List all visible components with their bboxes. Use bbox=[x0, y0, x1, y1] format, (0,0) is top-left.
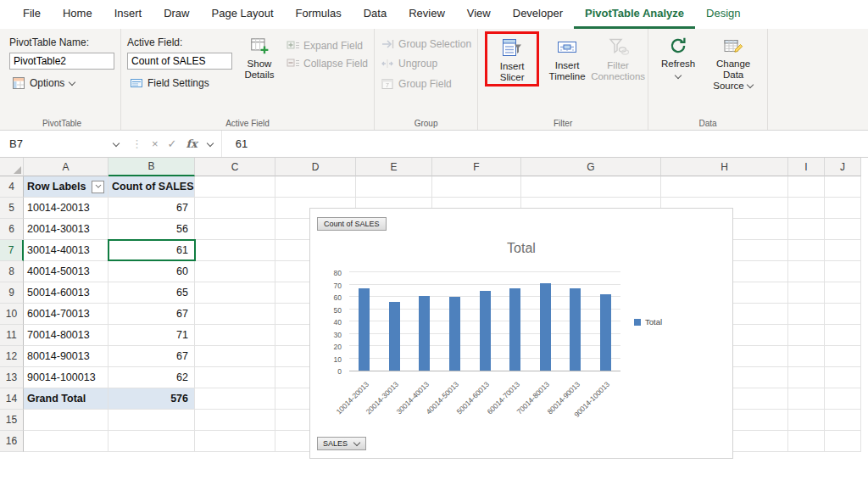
bar-70014-80013[interactable] bbox=[540, 283, 551, 371]
tab-formulas[interactable]: Formulas bbox=[285, 0, 353, 29]
row-header-10[interactable]: 10 bbox=[0, 304, 24, 325]
row-header-15[interactable]: 15 bbox=[0, 410, 24, 431]
row-header-12[interactable]: 12 bbox=[0, 346, 24, 367]
cell-H4[interactable] bbox=[661, 176, 788, 198]
tab-design[interactable]: Design bbox=[695, 0, 751, 29]
cell-B13[interactable]: 62 bbox=[108, 367, 195, 388]
show-details-button[interactable]: Show Details bbox=[236, 33, 283, 81]
row-header-4[interactable]: 4 bbox=[0, 176, 24, 198]
cell-A11[interactable]: 70014-80013 bbox=[24, 325, 108, 346]
column-header-B[interactable]: B bbox=[108, 158, 195, 176]
cell-J16[interactable] bbox=[825, 431, 861, 452]
cell-A13[interactable]: 90014-100013 bbox=[24, 367, 108, 388]
collapse-field-button[interactable]: Collapse Field bbox=[287, 58, 368, 70]
cell-J12[interactable] bbox=[825, 346, 861, 367]
cell-B12[interactable]: 67 bbox=[108, 346, 195, 367]
row-header-7[interactable]: 7 bbox=[0, 240, 24, 261]
enter-icon[interactable]: ✓ bbox=[168, 137, 177, 150]
bar-10014-20013[interactable] bbox=[359, 288, 370, 371]
bar-20014-30013[interactable] bbox=[389, 302, 400, 371]
row-header-5[interactable]: 5 bbox=[0, 198, 24, 219]
cell-C13[interactable] bbox=[195, 367, 275, 388]
tab-developer[interactable]: Developer bbox=[502, 0, 574, 29]
group-selection-button[interactable]: Group Selection bbox=[381, 38, 471, 50]
column-header-J[interactable]: J bbox=[825, 158, 861, 176]
ungroup-button[interactable]: Ungroup bbox=[381, 58, 471, 70]
tab-pivottable-analyze[interactable]: PivotTable Analyze bbox=[574, 0, 695, 29]
column-header-F[interactable]: F bbox=[432, 158, 521, 176]
cell-E4[interactable] bbox=[356, 176, 432, 198]
bar-60014-70013[interactable] bbox=[509, 288, 520, 371]
name-box[interactable]: B7 bbox=[0, 131, 127, 157]
cell-I10[interactable] bbox=[788, 304, 825, 325]
cell-C7[interactable] bbox=[195, 240, 275, 261]
cell-B11[interactable]: 71 bbox=[108, 325, 195, 346]
cell-C4[interactable] bbox=[195, 176, 275, 198]
cell-A12[interactable]: 80014-90013 bbox=[24, 346, 108, 367]
cell-I13[interactable] bbox=[788, 367, 825, 388]
cell-C15[interactable] bbox=[195, 410, 275, 431]
row-header-14[interactable]: 14 bbox=[0, 388, 24, 410]
cell-I14[interactable] bbox=[788, 388, 825, 410]
cell-B5[interactable]: 67 bbox=[108, 198, 195, 219]
cell-J11[interactable] bbox=[825, 325, 861, 346]
cell-B9[interactable]: 65 bbox=[108, 282, 195, 304]
cell-C12[interactable] bbox=[195, 346, 275, 367]
row-header-16[interactable]: 16 bbox=[0, 431, 24, 452]
cell-B16[interactable] bbox=[108, 431, 195, 452]
cell-C6[interactable] bbox=[195, 219, 275, 240]
cell-I15[interactable] bbox=[788, 410, 825, 431]
cell-A6[interactable]: 20014-30013 bbox=[24, 219, 108, 240]
cell-A4[interactable]: Row Labels bbox=[24, 176, 108, 198]
bar-40014-50013[interactable] bbox=[449, 297, 460, 371]
cell-A14[interactable]: Grand Total bbox=[24, 388, 108, 410]
cell-I4[interactable] bbox=[788, 176, 825, 198]
refresh-button[interactable]: Refresh bbox=[654, 33, 702, 81]
active-field-input[interactable] bbox=[127, 53, 232, 70]
bar-30014-40013[interactable] bbox=[419, 296, 430, 371]
tab-home[interactable]: Home bbox=[52, 0, 103, 29]
cell-J7[interactable] bbox=[825, 240, 861, 261]
cancel-icon[interactable]: × bbox=[152, 137, 159, 150]
cell-J4[interactable] bbox=[825, 176, 861, 198]
cell-I9[interactable] bbox=[788, 282, 825, 304]
cell-B15[interactable] bbox=[108, 410, 195, 431]
cell-C14[interactable] bbox=[195, 388, 275, 410]
cell-B4[interactable]: Count of SALES bbox=[108, 176, 195, 198]
cell-B8[interactable]: 60 bbox=[108, 261, 195, 282]
cell-J6[interactable] bbox=[825, 219, 861, 240]
expand-field-button[interactable]: Expand Field bbox=[287, 40, 368, 52]
chart-field-button[interactable]: Count of SALES bbox=[317, 217, 387, 231]
chart-axis-field-button[interactable]: SALES bbox=[317, 437, 366, 450]
cell-C11[interactable] bbox=[195, 325, 275, 346]
tab-view[interactable]: View bbox=[456, 0, 502, 29]
cell-A5[interactable]: 10014-20013 bbox=[24, 198, 108, 219]
column-header-H[interactable]: H bbox=[661, 158, 788, 176]
row-header-11[interactable]: 11 bbox=[0, 325, 24, 346]
column-header-G[interactable]: G bbox=[521, 158, 661, 176]
insert-function-icon[interactable]: fx bbox=[186, 137, 198, 150]
bar-90014-100013[interactable] bbox=[600, 294, 611, 371]
select-all-corner[interactable] bbox=[0, 158, 24, 176]
tab-insert[interactable]: Insert bbox=[103, 0, 153, 29]
row-labels-filter-button[interactable] bbox=[92, 181, 104, 193]
formula-bar-splitter[interactable]: ⋮ bbox=[127, 137, 147, 150]
cell-A15[interactable] bbox=[24, 410, 108, 431]
cell-I11[interactable] bbox=[788, 325, 825, 346]
cell-J13[interactable] bbox=[825, 367, 861, 388]
row-header-9[interactable]: 9 bbox=[0, 282, 24, 304]
cell-A9[interactable]: 50014-60013 bbox=[24, 282, 108, 304]
cell-I5[interactable] bbox=[788, 198, 825, 219]
insert-timeline-button[interactable]: Insert Timeline bbox=[543, 33, 591, 83]
cell-A16[interactable] bbox=[24, 431, 108, 452]
cell-I7[interactable] bbox=[788, 240, 825, 261]
cell-C16[interactable] bbox=[195, 431, 275, 452]
row-header-8[interactable]: 8 bbox=[0, 261, 24, 282]
cell-J15[interactable] bbox=[825, 410, 861, 431]
cell-J5[interactable] bbox=[825, 198, 861, 219]
cell-A7[interactable]: 30014-40013 bbox=[24, 240, 108, 261]
cell-J10[interactable] bbox=[825, 304, 861, 325]
filter-connections-button[interactable]: Filter Connections bbox=[594, 33, 642, 83]
tab-data[interactable]: Data bbox=[353, 0, 398, 29]
cell-G4[interactable] bbox=[521, 176, 661, 198]
